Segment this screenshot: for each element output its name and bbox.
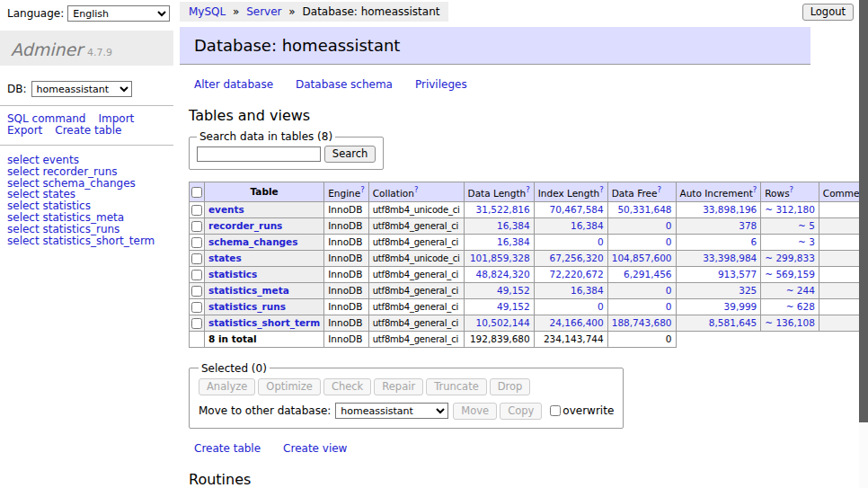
auto-increment-link[interactable]: 8,581,645 (709, 317, 757, 328)
check-button[interactable]: Check (323, 378, 371, 395)
sidebar-link-export[interactable]: Export (7, 124, 42, 137)
data-free-link[interactable]: 188,743,680 (612, 317, 672, 328)
breadcrumb-item-mysql[interactable]: MySQL (189, 5, 226, 18)
table-link-states[interactable]: states (208, 253, 242, 263)
row-checkbox-events[interactable] (191, 205, 202, 216)
data-length-link[interactable]: 16,384 (497, 236, 530, 247)
auto-increment-link[interactable]: 913,577 (718, 269, 757, 279)
rows-link[interactable]: ~ 5 (798, 220, 815, 231)
rows-link[interactable]: ~ 312,180 (765, 204, 815, 215)
privileges-link[interactable]: Privileges (415, 78, 467, 91)
row-checkbox-statistics-short-term[interactable] (191, 318, 202, 329)
table-link-statistics-short-term[interactable]: statistics_short_term (208, 317, 320, 328)
sidebar-link-import[interactable]: Import (98, 112, 134, 125)
index-length-link[interactable]: 0 (598, 301, 604, 312)
total-row: 8 in totalInnoDButf8mb4_general_ci192,83… (190, 331, 868, 347)
table-link-schema-changes[interactable]: schema_changes (208, 236, 298, 247)
auto-increment-link[interactable]: 33,398,984 (703, 253, 757, 263)
auto-increment-link[interactable]: 6 (751, 236, 757, 247)
analyze-button[interactable]: Analyze (199, 378, 255, 395)
rows-link[interactable]: ~ 244 (786, 285, 815, 296)
row-checkbox-statistics[interactable] (191, 270, 202, 280)
data-free-link[interactable]: 0 (666, 301, 672, 312)
truncate-button[interactable]: Truncate (426, 378, 487, 395)
index-length-link[interactable]: 67,256,320 (550, 253, 604, 263)
app-version[interactable]: 4.7.9 (87, 47, 112, 58)
overwrite-checkbox[interactable] (550, 405, 561, 416)
row-checkbox-statistics-meta[interactable] (191, 286, 202, 297)
table-link-events[interactable]: events (208, 204, 244, 215)
index-length-link[interactable]: 16,384 (571, 285, 604, 296)
select-all-checkbox[interactable] (191, 187, 202, 198)
database-schema-link[interactable]: Database schema (296, 78, 393, 91)
table-link-statistics-runs[interactable]: statistics_runs (208, 301, 286, 312)
breadcrumb-item-server[interactable]: Server (246, 5, 281, 18)
row-check-cell (190, 298, 205, 315)
rows-link[interactable]: ~ 569,159 (765, 269, 815, 279)
row-check-cell (190, 234, 205, 250)
help-link-auto-increment[interactable]: ? (753, 185, 757, 194)
rows-link[interactable]: ~ 3 (798, 236, 815, 247)
data-length-link[interactable]: 49,152 (497, 301, 530, 312)
table-link-statistics-meta[interactable]: statistics_meta (208, 285, 289, 296)
data-free-link[interactable]: 0 (666, 285, 672, 296)
row-checkbox-recorder-runs[interactable] (191, 221, 202, 232)
db-select[interactable]: homeassistant (31, 81, 132, 97)
data-free-link[interactable]: 0 (666, 236, 672, 247)
data-free-link[interactable]: 0 (666, 220, 672, 231)
search-button[interactable]: Search (324, 146, 376, 163)
table-link-statistics[interactable]: statistics (208, 269, 257, 279)
create-table-link[interactable]: Create table (194, 442, 261, 455)
help-link-index-length[interactable]: ? (599, 185, 604, 194)
move-db-select[interactable]: homeassistant (335, 403, 448, 419)
index-length-link[interactable]: 16,384 (571, 220, 604, 231)
optimize-button[interactable]: Optimize (258, 378, 321, 395)
language-select[interactable]: English (67, 5, 170, 22)
data-free-link[interactable]: 104,857,600 (612, 253, 672, 263)
help-link-collation[interactable]: ? (414, 185, 419, 194)
index-length-link[interactable]: 72,220,672 (550, 269, 604, 279)
index-length-link[interactable]: 24,166,400 (550, 317, 604, 328)
row-checkbox-statistics-runs[interactable] (191, 302, 202, 313)
logout-button[interactable]: Logout (802, 4, 854, 21)
table-link-recorder-runs[interactable]: recorder_runs (208, 220, 282, 231)
rows-link[interactable]: ~ 136,108 (765, 317, 815, 328)
create-view-link[interactable]: Create view (283, 442, 347, 455)
sidebar-select-statistics-short-term[interactable]: select statistics_short_term (7, 235, 155, 247)
data-length-link[interactable]: 31,522,816 (476, 204, 530, 215)
help-link-data-length[interactable]: ? (526, 185, 530, 194)
sidebar-link-create-table[interactable]: Create table (55, 124, 121, 137)
data-length-link[interactable]: 10,502,144 (476, 317, 530, 328)
help-link-rows[interactable]: ? (790, 185, 794, 194)
data-length-link[interactable]: 16,384 (497, 220, 530, 231)
move-button[interactable]: Move (453, 403, 497, 420)
row-checkbox-states[interactable] (191, 253, 202, 264)
data-free-link[interactable]: 50,331,648 (617, 204, 671, 215)
app-name: Adminer (11, 40, 83, 59)
rows-link[interactable]: ~ 299,833 (765, 253, 815, 263)
row-checkbox-schema-changes[interactable] (191, 237, 202, 248)
drop-button[interactable]: Drop (490, 378, 531, 395)
auto-increment-link[interactable]: 39,999 (724, 301, 757, 312)
data-length-link[interactable]: 49,152 (497, 285, 530, 296)
data-free-link[interactable]: 6,291,456 (624, 269, 671, 279)
search-input[interactable] (197, 146, 321, 162)
data-length-link[interactable]: 101,859,328 (470, 253, 530, 263)
index-length-link[interactable]: 0 (598, 236, 604, 247)
column-header-label: Index Length (538, 188, 599, 199)
repair-button[interactable]: Repair (374, 378, 423, 395)
alter-database-link[interactable]: Alter database (194, 78, 273, 91)
copy-button[interactable]: Copy (500, 403, 542, 420)
data-length-cell: 16,384 (464, 217, 534, 234)
auto-increment-link[interactable]: 33,898,196 (703, 204, 757, 215)
auto-increment-link[interactable]: 325 (739, 285, 757, 296)
scrollbar-thumb[interactable] (859, 0, 868, 422)
auto-increment-link[interactable]: 378 (739, 220, 757, 231)
help-link-data-free[interactable]: ? (657, 185, 661, 194)
data-length-link[interactable]: 48,824,320 (476, 269, 530, 279)
rows-link[interactable]: ~ 628 (786, 301, 815, 312)
topbar: MySQL » Server » Database: homeassistant (180, 0, 810, 20)
index-length-link[interactable]: 70,467,584 (550, 204, 604, 215)
sidebar-link-sql-command[interactable]: SQL command (7, 112, 85, 125)
help-link-engine[interactable]: ? (360, 185, 365, 194)
